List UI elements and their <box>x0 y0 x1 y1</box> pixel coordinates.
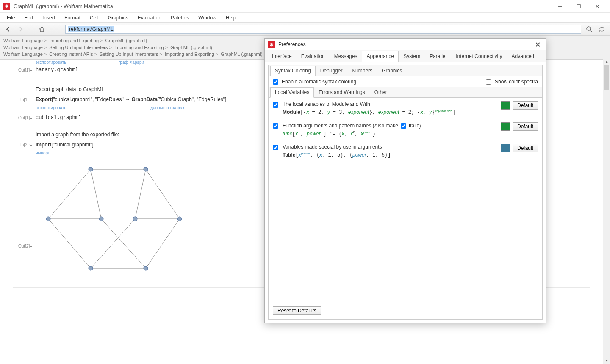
hint-label: граф Харари <box>119 60 144 65</box>
scroll-track[interactable] <box>603 65 610 357</box>
svg-point-18 <box>133 217 137 221</box>
option-checkbox[interactable] <box>273 145 278 150</box>
scroll-thumb[interactable] <box>604 65 609 90</box>
svg-point-19 <box>177 217 182 221</box>
dialog-close-button[interactable]: ✕ <box>532 39 543 50</box>
back-button[interactable] <box>3 25 13 34</box>
option-checkbox[interactable] <box>273 102 278 108</box>
crumb[interactable]: GraphML (.graphml) <box>170 45 212 50</box>
dialog-titlebar[interactable]: ✱ Preferences ✕ <box>265 39 546 50</box>
enable-auto-label: Enable automatic syntax coloring <box>282 79 356 85</box>
cell-in-label: In[2]:= <box>13 142 36 148</box>
crumb[interactable]: Setting Up Input Interpreters <box>100 52 158 57</box>
tab-parallel[interactable]: Parallel <box>425 51 451 62</box>
menu-format[interactable]: Format <box>60 14 85 22</box>
option-example: Table[xpower, {x, 1, 5}, {power, 1, 5}] <box>283 152 496 158</box>
forward-button[interactable] <box>16 25 25 34</box>
default-button[interactable]: Default <box>513 144 538 152</box>
color-swatch[interactable] <box>501 101 510 110</box>
subsubtab-other[interactable]: Other <box>370 87 392 98</box>
menu-help[interactable]: Help <box>222 14 241 22</box>
italic-label: Italic) <box>409 123 421 129</box>
crumb[interactable]: Wolfram Language <box>3 38 43 43</box>
prefs-tabs: Interface Evaluation Messages Appearance… <box>265 50 546 62</box>
crumb[interactable]: Setting Up Input Interpreters <box>49 45 108 50</box>
crumb[interactable]: Wolfram Language <box>3 52 43 57</box>
option-example: Module[{x = 2, y = 3, exponent}, exponen… <box>283 109 496 116</box>
svg-line-11 <box>48 219 91 268</box>
default-button[interactable]: Default <box>513 101 538 110</box>
address-input[interactable]: ref/format/GraphML <box>65 25 581 34</box>
svg-point-21 <box>144 266 148 270</box>
menu-edit[interactable]: Edit <box>20 14 37 22</box>
tab-interface[interactable]: Interface <box>267 51 297 62</box>
svg-point-20 <box>89 266 93 270</box>
menu-window[interactable]: Window <box>194 14 221 22</box>
crumb[interactable]: Creating Instant APIs <box>49 52 93 57</box>
options-block: The local variables of Module and With M… <box>269 98 542 168</box>
svg-point-0 <box>587 27 591 30</box>
svg-line-12 <box>146 219 180 268</box>
enable-auto-checkbox[interactable] <box>273 79 278 85</box>
hint-label: импорт <box>36 151 50 155</box>
maximize-button[interactable]: ☐ <box>569 0 588 12</box>
show-spectra-checkbox[interactable] <box>486 79 491 85</box>
tab-advanced[interactable]: Advanced <box>507 51 539 62</box>
option-module-with: The local variables of Module and With M… <box>273 101 538 116</box>
default-button[interactable]: Default <box>513 122 538 131</box>
minimize-button[interactable]: ─ <box>551 0 569 12</box>
tab-internet[interactable]: Internet Connectivity <box>451 51 507 62</box>
option-special-vars: Variables made special by use in argumen… <box>273 144 538 158</box>
menu-insert[interactable]: Insert <box>38 14 59 22</box>
option-example: func[x_, power_] := {x, x2, xpower} <box>283 130 496 137</box>
close-button[interactable]: ✕ <box>588 0 607 12</box>
subsubtab-errors-warnings[interactable]: Errors and Warnings <box>314 87 370 98</box>
crumb[interactable]: Wolfram Language <box>3 45 43 50</box>
svg-point-16 <box>46 217 50 221</box>
menu-cell[interactable]: Cell <box>86 14 103 22</box>
scroll-down-button[interactable]: ▾ <box>603 357 610 364</box>
tab-messages[interactable]: Messages <box>330 51 362 62</box>
subtab-syntax-coloring[interactable]: Syntax Coloring <box>270 66 316 76</box>
menu-graphics[interactable]: Graphics <box>104 14 133 22</box>
hint-label: экспортировать <box>36 60 67 65</box>
search-button[interactable] <box>585 25 594 34</box>
menu-evaluation[interactable]: Evaluation <box>133 14 166 22</box>
menu-file[interactable]: File <box>3 14 19 22</box>
search-icon <box>586 26 593 33</box>
prefs-panel: Syntax Coloring Debugger Numbers Graphic… <box>268 65 543 320</box>
color-swatch[interactable] <box>501 122 510 131</box>
crumb[interactable]: GraphML (.graphml) <box>105 38 147 43</box>
option-function-args: Function arguments and pattern names (Al… <box>273 122 538 137</box>
chevron-right-icon <box>18 26 24 32</box>
option-label: Function arguments and pattern names (Al… <box>283 123 398 129</box>
reset-defaults-button[interactable]: Reset to Defaults <box>273 306 321 315</box>
svg-line-3 <box>48 169 91 219</box>
home-button[interactable] <box>37 25 47 34</box>
option-checkbox[interactable] <box>273 123 278 129</box>
menu-palettes[interactable]: Palettes <box>166 14 193 22</box>
crumb[interactable]: GraphML (.graphml) <box>221 52 263 57</box>
vertical-scrollbar[interactable]: ▴ ▾ <box>603 58 610 364</box>
refresh-button[interactable] <box>597 25 607 34</box>
tab-system[interactable]: System <box>399 51 425 62</box>
crumb[interactable]: Importing and Exporting <box>114 45 164 50</box>
crumb[interactable]: Importing and Exporting <box>165 52 214 57</box>
app-icon: ✱ <box>268 41 275 48</box>
subsubtab-local-variables[interactable]: Local Variables <box>270 87 314 98</box>
tab-appearance[interactable]: Appearance <box>362 51 399 62</box>
cell-in-label: In[1]:= <box>13 97 36 103</box>
window-title: GraphML (.graphml) - Wolfram Mathematica <box>14 3 551 9</box>
color-swatch[interactable] <box>501 144 510 152</box>
subtab-debugger[interactable]: Debugger <box>316 66 347 76</box>
svg-line-5 <box>135 169 146 219</box>
subtab-graphics[interactable]: Graphics <box>377 66 407 76</box>
app-icon: ✱ <box>3 3 10 10</box>
crumb[interactable]: Importing and Exporting <box>49 38 99 43</box>
subtab-numbers[interactable]: Numbers <box>347 66 377 76</box>
scroll-up-button[interactable]: ▴ <box>603 58 610 65</box>
tab-evaluation[interactable]: Evaluation <box>297 51 330 62</box>
svg-line-10 <box>91 219 135 268</box>
syntax-subtabs: Local Variables Errors and Warnings Othe… <box>269 87 542 98</box>
italic-checkbox[interactable] <box>401 123 406 129</box>
